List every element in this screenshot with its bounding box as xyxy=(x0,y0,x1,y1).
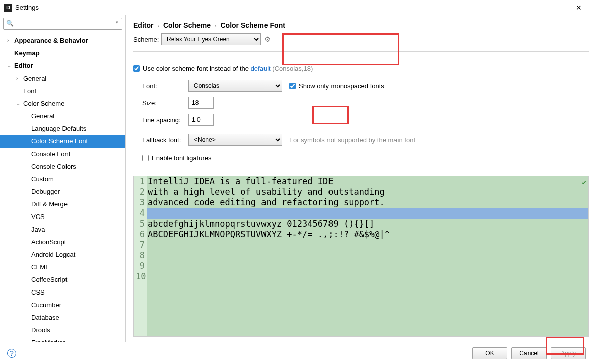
default-link[interactable]: default xyxy=(251,65,271,72)
tree-item-label: General xyxy=(31,112,54,120)
show-mono-checkbox[interactable] xyxy=(289,83,296,89)
dialog-footer: ? OK Cancel Apply xyxy=(0,342,593,364)
tree-item[interactable]: Keymap xyxy=(0,47,125,59)
tree-item[interactable]: Java xyxy=(0,223,125,236)
tree-item[interactable]: Custom xyxy=(0,173,125,185)
preview-line: IntelliJ IDEA is a full-featured IDE xyxy=(147,176,588,187)
use-scheme-font-checkbox[interactable] xyxy=(133,65,140,72)
chevron-right-icon: › xyxy=(213,23,219,29)
breadcrumb: Editor › Color Scheme › Color Scheme Fon… xyxy=(133,20,589,33)
titlebar: IJ Settings ✕ xyxy=(0,0,593,15)
tree-item-label: Editor xyxy=(14,62,33,69)
settings-tree[interactable]: ›Appearance & BehaviorKeymap⌄Editor›Gene… xyxy=(0,32,125,364)
scheme-select[interactable]: Relax Your Eyes Green xyxy=(161,33,261,45)
cancel-button[interactable]: Cancel xyxy=(511,347,547,359)
chevron-icon: ⌄ xyxy=(7,63,14,68)
tree-item-label: ActionScript xyxy=(31,238,66,246)
help-icon[interactable]: ? xyxy=(7,349,16,358)
tree-item-label: Color Scheme Font xyxy=(31,137,88,145)
breadcrumb-part[interactable]: Editor xyxy=(133,21,153,29)
chevron-right-icon: › xyxy=(155,23,161,29)
font-select[interactable]: Consolas xyxy=(188,80,282,92)
ligatures-label: Enable font ligatures xyxy=(152,154,212,162)
tree-item-label: Custom xyxy=(31,175,54,183)
tree-item[interactable]: Database xyxy=(0,311,125,324)
close-icon[interactable]: ✕ xyxy=(569,4,589,12)
preview-line: abcdefghijklmnopqrstuvwxyz 0123456789 ()… xyxy=(147,219,588,229)
tree-item-label: VCS xyxy=(31,213,45,221)
preview-line xyxy=(147,208,588,219)
tree-item-label: Language Defaults xyxy=(31,125,86,132)
font-label: Font: xyxy=(142,82,188,90)
preview-gutter: 12345678910 xyxy=(134,176,147,336)
content-pane: Editor › Color Scheme › Color Scheme Fon… xyxy=(126,15,593,364)
apply-button[interactable]: Apply xyxy=(551,347,586,359)
tree-item[interactable]: CFML xyxy=(0,261,125,273)
line-spacing-input[interactable] xyxy=(188,114,214,126)
tree-item[interactable]: Console Font xyxy=(0,148,125,160)
tree-item[interactable]: Font xyxy=(0,85,125,97)
preview-line: ABCDEFGHIJKLMNOPQRSTUVWXYZ +-*/= .,;:!? … xyxy=(147,229,588,240)
tree-item[interactable]: ⌄Editor xyxy=(0,59,125,72)
tree-item[interactable]: Drools xyxy=(0,324,125,336)
tree-item-label: Keymap xyxy=(14,49,40,57)
size-label: Size: xyxy=(142,99,188,107)
breadcrumb-part: Color Scheme Font xyxy=(221,21,285,29)
tree-item[interactable]: ActionScript xyxy=(0,236,125,248)
fallback-hint: For symbols not supported by the main fo… xyxy=(289,136,415,144)
tree-item[interactable]: VCS xyxy=(0,210,125,223)
chevron-icon: › xyxy=(7,38,14,43)
fallback-font-select[interactable]: <None> xyxy=(188,134,282,146)
tree-item-label: Drools xyxy=(31,326,50,334)
tree-item-label: Diff & Merge xyxy=(31,200,68,208)
tree-item-label: Debugger xyxy=(31,188,60,195)
tree-item-label: Cucumber xyxy=(31,301,61,309)
preview-code[interactable]: IntelliJ IDEA is a full-featured IDEwith… xyxy=(147,176,588,336)
line-spacing-label: Line spacing: xyxy=(142,116,188,124)
tree-item[interactable]: Console Colors xyxy=(0,160,125,173)
chevron-icon: ⌄ xyxy=(16,101,23,106)
use-scheme-font-label: Use color scheme font instead of the def… xyxy=(143,65,313,72)
tree-item[interactable]: CoffeeScript xyxy=(0,273,125,286)
breadcrumb-part[interactable]: Color Scheme xyxy=(163,21,211,29)
tree-item[interactable]: Language Defaults xyxy=(0,122,125,135)
tree-item-label: Console Font xyxy=(31,150,70,158)
tree-item[interactable]: General xyxy=(0,110,125,122)
app-icon: IJ xyxy=(4,4,12,12)
tree-item-label: Appearance & Behavior xyxy=(14,37,88,44)
preview-line: advanced code editing and refactoring su… xyxy=(147,197,588,208)
size-input[interactable] xyxy=(188,97,214,109)
tree-item[interactable]: Cucumber xyxy=(0,299,125,311)
chevron-icon: › xyxy=(16,76,23,81)
tree-item[interactable]: Debugger xyxy=(0,185,125,198)
tree-item-label: Font xyxy=(23,87,36,95)
show-mono-label: Show only monospaced fonts xyxy=(299,82,384,90)
ok-button[interactable]: OK xyxy=(472,347,507,359)
tree-item[interactable]: ⌄Color Scheme xyxy=(0,97,125,110)
tree-item-label: Color Scheme xyxy=(23,100,64,107)
scheme-label: Scheme: xyxy=(133,36,161,43)
check-icon: ✔ xyxy=(582,177,586,188)
tree-item-label: CoffeeScript xyxy=(31,276,67,283)
ligatures-checkbox[interactable] xyxy=(142,155,149,161)
tree-item[interactable]: CSS xyxy=(0,286,125,299)
font-preview: 12345678910 IntelliJ IDEA is a full-feat… xyxy=(133,176,589,337)
preview-line xyxy=(147,261,588,271)
preview-line xyxy=(147,240,588,250)
tree-item[interactable]: Diff & Merge xyxy=(0,198,125,210)
tree-item-label: Console Colors xyxy=(31,163,76,170)
tree-item[interactable]: ›General xyxy=(0,72,125,85)
sidebar: 🔍 ▾ ›Appearance & BehaviorKeymap⌄Editor›… xyxy=(0,15,126,364)
tree-item-label: General xyxy=(23,75,46,82)
tree-item-label: Database xyxy=(31,314,59,321)
fallback-font-label: Fallback font: xyxy=(142,136,188,144)
tree-item[interactable]: Color Scheme Font xyxy=(0,135,125,148)
preview-line: with a high level of usability and outst… xyxy=(147,187,588,197)
search-input[interactable] xyxy=(3,18,122,30)
gear-icon[interactable]: ⚙ xyxy=(264,35,271,43)
tree-item-label: CSS xyxy=(31,288,45,296)
preview-line xyxy=(147,271,588,282)
preview-line xyxy=(147,250,588,261)
tree-item[interactable]: Android Logcat xyxy=(0,248,125,261)
tree-item[interactable]: ›Appearance & Behavior xyxy=(0,34,125,47)
